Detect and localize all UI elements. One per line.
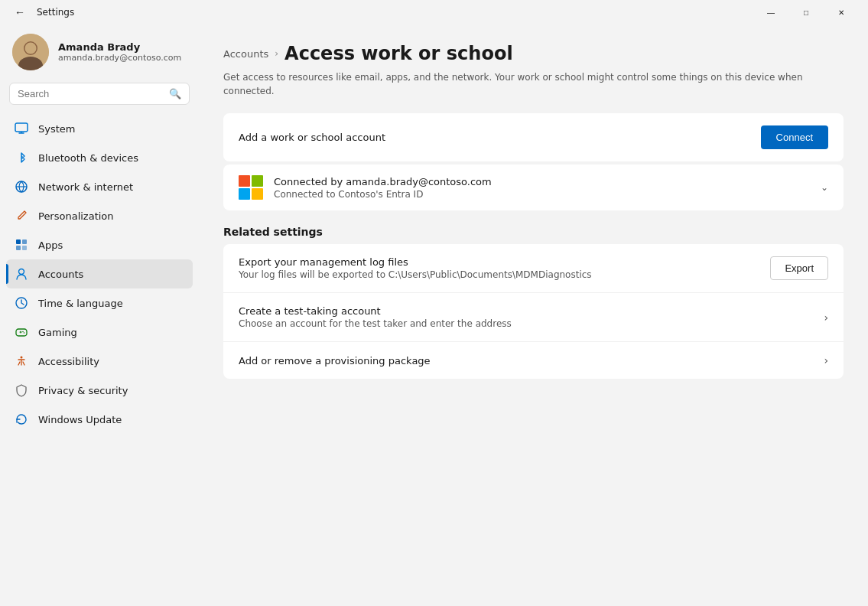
search-icon: 🔍 — [169, 88, 181, 99]
sidebar-item-label-privacy: Privacy & security — [38, 385, 128, 396]
connect-button[interactable]: Connect — [761, 125, 828, 149]
add-account-card: Add a work or school account Connect — [223, 113, 844, 161]
back-button[interactable]: ← — [9, 2, 31, 23]
export-button[interactable]: Export — [770, 256, 828, 280]
maximize-button[interactable]: □ — [788, 0, 824, 24]
window-controls: — □ ✕ — [753, 0, 859, 24]
svg-rect-8 — [16, 246, 21, 250]
sidebar-item-bluetooth[interactable]: Bluetooth & devices — [6, 143, 193, 172]
search-box[interactable]: 🔍 — [9, 83, 190, 105]
minimize-button[interactable]: — — [753, 0, 788, 24]
main-content: Accounts › Access work or school Get acc… — [199, 24, 868, 606]
user-email: amanda.brady@contoso.com — [58, 53, 181, 63]
sidebar-item-network[interactable]: Network & internet — [6, 172, 193, 201]
breadcrumb-parent[interactable]: Accounts — [223, 48, 268, 60]
user-name: Amanda Brady — [58, 41, 181, 53]
breadcrumb-current: Access work or school — [284, 43, 513, 64]
user-profile[interactable]: Amanda Brady amanda.brady@contoso.com — [6, 24, 193, 83]
sidebar-item-time[interactable]: Time & language — [6, 288, 193, 318]
connected-title: Connected by amanda.brady@contoso.com — [274, 176, 810, 187]
sidebar-item-label-bluetooth: Bluetooth & devices — [38, 152, 138, 164]
system-icon — [14, 121, 29, 136]
svg-point-3 — [25, 43, 37, 54]
personalization-icon — [14, 208, 29, 223]
sidebar-item-label-update: Windows Update — [38, 414, 122, 425]
close-button[interactable]: ✕ — [824, 0, 859, 24]
update-icon — [14, 412, 29, 427]
test-taking-subtitle: Choose an account for the test taker and… — [239, 318, 811, 329]
export-logs-title: Export your management log files — [239, 256, 758, 268]
accessibility-icon — [14, 354, 29, 369]
user-info: Amanda Brady amanda.brady@contoso.com — [58, 41, 181, 63]
chevron-right-icon-2: › — [824, 354, 828, 367]
export-logs-subtitle: Your log files will be exported to C:\Us… — [239, 269, 758, 280]
connected-account-card: Connected by amanda.brady@contoso.com Co… — [223, 165, 844, 210]
svg-point-13 — [22, 331, 24, 333]
sidebar-item-label-network: Network & internet — [38, 181, 133, 193]
sidebar-item-label-apps: Apps — [38, 239, 63, 251]
sidebar-item-label-system: System — [38, 123, 75, 135]
time-icon — [14, 295, 29, 311]
avatar — [12, 34, 49, 70]
sidebar-item-system[interactable]: System — [6, 114, 193, 143]
bluetooth-icon — [14, 150, 29, 165]
chevron-down-icon: ⌄ — [821, 182, 828, 193]
svg-rect-4 — [15, 123, 28, 132]
accounts-icon — [14, 266, 29, 282]
privacy-icon — [14, 383, 29, 398]
search-input[interactable] — [18, 88, 163, 99]
add-account-row: Add a work or school account Connect — [223, 113, 844, 161]
connected-info: Connected by amanda.brady@contoso.com Co… — [274, 176, 810, 200]
export-logs-row[interactable]: Export your management log files Your lo… — [223, 244, 844, 293]
sidebar-item-label-time: Time & language — [38, 298, 123, 309]
svg-rect-9 — [22, 246, 27, 250]
related-settings-card: Export your management log files Your lo… — [223, 244, 844, 379]
test-taking-row[interactable]: Create a test-taking account Choose an a… — [223, 293, 844, 342]
svg-rect-6 — [16, 239, 21, 244]
breadcrumb-separator: › — [275, 48, 278, 59]
sidebar-item-label-gaming: Gaming — [38, 327, 77, 338]
svg-point-10 — [19, 269, 24, 275]
gaming-icon — [14, 324, 29, 340]
breadcrumb: Accounts › Access work or school — [223, 43, 844, 64]
title-bar: ← Settings — □ ✕ — [0, 0, 868, 24]
sidebar-item-apps[interactable]: Apps — [6, 230, 193, 259]
sidebar-item-accessibility[interactable]: Accessibility — [6, 347, 193, 376]
sidebar-item-gaming[interactable]: Gaming — [6, 318, 193, 347]
sidebar-item-accounts[interactable]: Accounts — [6, 259, 193, 288]
apps-icon — [14, 237, 29, 252]
sidebar-item-label-accessibility: Accessibility — [38, 356, 99, 367]
connected-account-row[interactable]: Connected by amanda.brady@contoso.com Co… — [223, 165, 844, 210]
sidebar-item-label-personalization: Personalization — [38, 210, 114, 222]
window-title: Settings — [37, 7, 74, 18]
sidebar-item-personalization[interactable]: Personalization — [6, 201, 193, 230]
nav-list: System Bluetooth & devices Network & int… — [6, 114, 193, 434]
chevron-right-icon-1: › — [824, 311, 828, 324]
add-account-label: Add a work or school account — [239, 132, 749, 143]
page-description: Get access to resources like email, apps… — [223, 70, 820, 98]
sidebar-item-label-accounts: Accounts — [38, 269, 83, 280]
provisioning-row[interactable]: Add or remove a provisioning package › — [223, 342, 844, 379]
svg-point-15 — [21, 357, 23, 359]
connected-subtitle: Connected to Contoso's Entra ID — [274, 189, 810, 200]
svg-rect-7 — [22, 239, 27, 244]
network-icon — [14, 179, 29, 194]
microsoft-logo — [239, 175, 263, 200]
related-settings-title: Related settings — [223, 226, 844, 238]
sidebar-item-privacy[interactable]: Privacy & security — [6, 376, 193, 405]
provisioning-title: Add or remove a provisioning package — [239, 355, 811, 367]
svg-point-14 — [24, 332, 25, 334]
sidebar-item-update[interactable]: Windows Update — [6, 405, 193, 434]
sidebar: Amanda Brady amanda.brady@contoso.com 🔍 … — [0, 24, 199, 606]
test-taking-title: Create a test-taking account — [239, 305, 811, 317]
